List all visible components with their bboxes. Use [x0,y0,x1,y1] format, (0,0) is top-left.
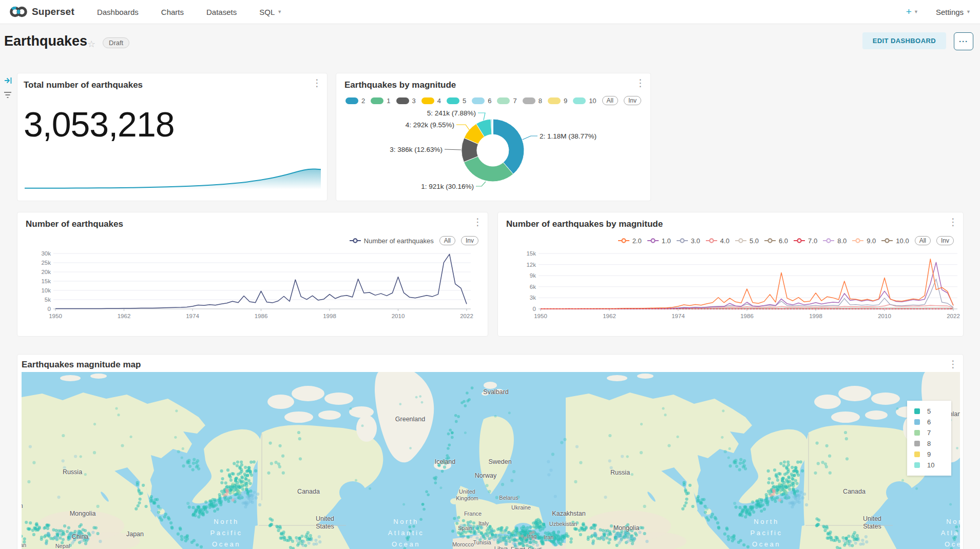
line-chart-legend: Number of earthquakesAllInv [350,236,478,245]
page-title: Earthquakes [4,33,87,49]
legend-item-3[interactable]: 3 [396,97,416,105]
legend-label: 9 [564,97,567,105]
svg-text:5k: 5k [45,297,51,303]
line-ring-marker [677,238,688,243]
map-legend-swatch [914,441,920,446]
nav-item-charts[interactable]: Charts [161,8,184,16]
donut-legend: 21345678910AllInv [336,96,650,105]
legend-label: 3.0 [691,237,700,245]
legend-item-5.0[interactable]: 5.0 [735,237,759,245]
legend-item-number-of-earthquakes[interactable]: Number of earthquakes [350,237,434,245]
legend-item-1[interactable]: 1 [371,97,390,105]
chart-menu-icon[interactable]: ⋮ [948,218,958,227]
legend-item-9.0[interactable]: 9.0 [852,237,876,245]
status-badge: Draft [103,37,129,48]
legend-item-2[interactable]: 2 [345,97,365,105]
dashboard-header: Earthquakes ☆ Draft EDIT DASHBOARD ··· [0,24,980,63]
edit-dashboard-button[interactable]: EDIT DASHBOARD [862,32,946,49]
map-legend-item-8[interactable]: 8 [914,438,951,449]
chart-title: Earthquakes by magnitude [344,80,456,90]
multi-line-chart[interactable]: 03k6k9k12k15k195019621974198619982010202… [498,244,964,334]
map-legend-item-6[interactable]: 6 [914,417,951,427]
map-legend-item-5[interactable]: 5 [914,406,951,417]
nav-item-dashboards[interactable]: Dashboards [97,8,139,16]
map-legend-item-7[interactable]: 7 [914,427,951,438]
superset-infinity-icon [9,5,28,18]
legend-swatch [472,97,485,104]
legend-label: 2 [361,97,365,105]
legend-label: 5.0 [750,237,759,245]
map-legend-item-10[interactable]: 10 [914,460,951,470]
nav-item-sql[interactable]: SQL▼ [259,8,282,16]
legend-item-6.0[interactable]: 6.0 [764,237,788,245]
legend-all-pill[interactable]: All [915,236,931,245]
expand-filter-bar-icon[interactable] [4,76,13,87]
brand-name: Superset [32,6,74,17]
add-button[interactable]: + ▼ [906,6,918,17]
legend-all-pill[interactable]: All [602,96,618,105]
legend-item-4[interactable]: 4 [421,97,441,105]
svg-text:6k: 6k [530,284,536,290]
chart-menu-icon[interactable]: ⋮ [312,79,322,88]
legend-swatch [548,97,561,104]
legend-label: 6 [488,97,491,105]
map-legend-swatch [914,430,920,436]
svg-text:0: 0 [48,306,51,312]
chevron-down-icon: ▼ [914,9,918,14]
legend-item-2.0[interactable]: 2.0 [618,237,642,245]
more-actions-button[interactable]: ··· [954,32,973,50]
legend-label: Number of earthquakes [364,237,434,245]
legend-item-5[interactable]: 5 [447,97,466,105]
chart-menu-icon[interactable]: ⋮ [636,79,645,88]
chart-menu-icon[interactable]: ⋮ [948,360,958,369]
svg-text:2022: 2022 [947,313,960,319]
legend-inv-pill[interactable]: Inv [624,96,641,105]
legend-label: 2.0 [632,237,642,245]
chart-title: Total number of earthquakes [24,80,143,90]
line-chart[interactable]: 05k10k15k20k25k30k1950196219741986199820… [17,244,489,334]
line-ring-marker [350,238,361,243]
legend-item-10.0[interactable]: 10.0 [881,237,909,245]
superset-logo[interactable]: Superset [9,5,74,18]
legend-label: 3 [412,97,416,105]
settings-menu[interactable]: Settings ▼ [936,8,971,16]
legend-item-8.0[interactable]: 8.0 [823,237,847,245]
chevron-down-icon: ▼ [277,9,282,14]
legend-label: 7 [513,97,516,105]
legend-inv-pill[interactable]: Inv [461,236,478,245]
donut-callout: 1: 921k (30.16%) [421,183,474,190]
nav-item-datasets[interactable]: Datasets [206,8,237,16]
legend-item-8[interactable]: 8 [523,97,542,105]
legend-item-9[interactable]: 9 [548,97,567,105]
donut-chart[interactable] [336,73,651,202]
legend-item-1.0[interactable]: 1.0 [647,237,671,245]
svg-text:1998: 1998 [323,313,336,319]
legend-all-pill[interactable]: All [439,236,455,245]
chart-card-earthquakes-by-magnitude: Earthquakes by magnitude ⋮ 21345678910Al… [336,73,651,201]
map-legend-item-9[interactable]: 9 [914,449,951,460]
legend-swatch [497,97,510,104]
legend-item-7[interactable]: 7 [497,97,516,105]
world-map[interactable]: RussiaMongoliaChinaJapanKazakhstanTajiki… [22,372,960,549]
legend-swatch [447,97,459,104]
chart-card-magnitude-map: Earthquakes magnitude map ⋮ [17,354,964,549]
filter-icon[interactable] [3,90,12,102]
legend-item-4.0[interactable]: 4.0 [706,237,729,245]
chart-card-earthquakes-by-magnitude-line: Number of earthquakes by magnitude ⋮ 2.0… [497,212,964,337]
legend-inv-pill[interactable]: Inv [936,236,954,245]
legend-item-6[interactable]: 6 [472,97,491,105]
chart-menu-icon[interactable]: ⋮ [473,218,483,227]
favorite-star-icon[interactable]: ☆ [87,38,95,50]
legend-label: 4 [437,97,441,105]
legend-item-10[interactable]: 10 [573,97,596,105]
svg-text:1962: 1962 [118,313,131,319]
legend-label: 1 [387,97,390,105]
legend-item-3.0[interactable]: 3.0 [677,237,700,245]
map-legend-swatch [914,419,920,425]
legend-label: 6.0 [779,237,788,245]
chevron-down-icon: ▼ [966,9,971,14]
line-ring-marker [735,238,746,243]
legend-label: 8 [539,97,542,105]
svg-text:15k: 15k [526,250,536,257]
legend-item-7.0[interactable]: 7.0 [794,237,817,245]
